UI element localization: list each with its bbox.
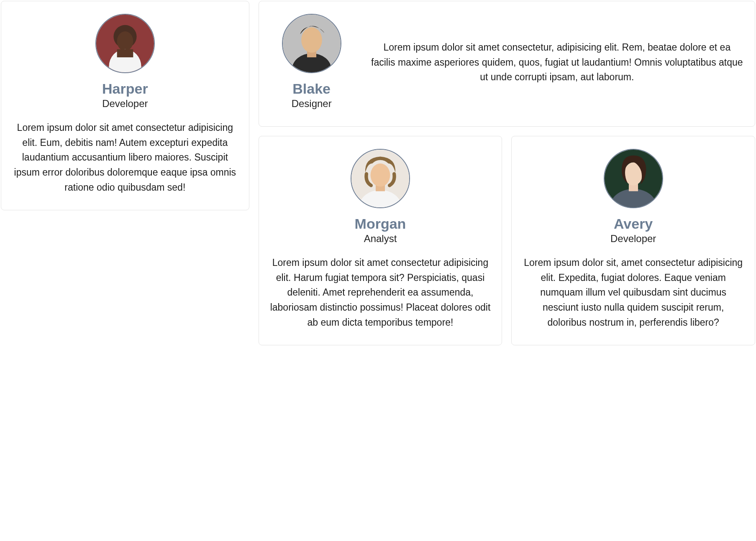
bottom-row: Morgan Analyst Lorem ipsum dolor sit ame… xyxy=(259,136,755,345)
avatar xyxy=(282,14,341,73)
profile-role: Analyst xyxy=(270,233,491,245)
profile-description: Lorem ipsum dolor sit amet consectetur a… xyxy=(12,120,238,195)
profile-description: Lorem ipsum dolor sit amet consectetur a… xyxy=(270,255,491,330)
profile-name: Morgan xyxy=(270,216,491,232)
profile-header: Blake Designer xyxy=(270,14,354,111)
avatar-icon xyxy=(96,15,154,72)
profile-role: Developer xyxy=(523,233,744,245)
svg-point-2 xyxy=(117,31,133,51)
avatar-icon xyxy=(351,150,409,207)
profile-name: Blake xyxy=(270,81,354,97)
profile-role: Developer xyxy=(12,98,238,110)
avatar-icon xyxy=(605,150,662,207)
profile-card-morgan: Morgan Analyst Lorem ipsum dolor sit ame… xyxy=(259,136,502,345)
profile-description: Lorem ipsum dolor sit amet consectetur, … xyxy=(370,40,744,85)
avatar-icon xyxy=(283,15,341,72)
avatar xyxy=(604,149,663,208)
profile-name: Harper xyxy=(12,81,238,97)
profile-name: Avery xyxy=(523,216,744,232)
right-column: Blake Designer Lorem ipsum dolor sit ame… xyxy=(259,1,755,345)
avatar xyxy=(95,14,155,73)
profile-card-harper: Harper Developer Lorem ipsum dolor sit a… xyxy=(1,1,249,210)
profile-card-blake: Blake Designer Lorem ipsum dolor sit ame… xyxy=(259,1,755,127)
svg-point-8 xyxy=(301,27,322,53)
profile-grid: Harper Developer Lorem ipsum dolor sit a… xyxy=(1,1,755,345)
profile-description: Lorem ipsum dolor sit, amet consectetur … xyxy=(523,255,744,330)
svg-rect-4 xyxy=(117,49,133,57)
profile-role: Designer xyxy=(270,98,354,110)
avatar xyxy=(351,149,410,208)
profile-card-avery: Avery Developer Lorem ipsum dolor sit, a… xyxy=(511,136,755,345)
svg-point-12 xyxy=(371,163,390,186)
